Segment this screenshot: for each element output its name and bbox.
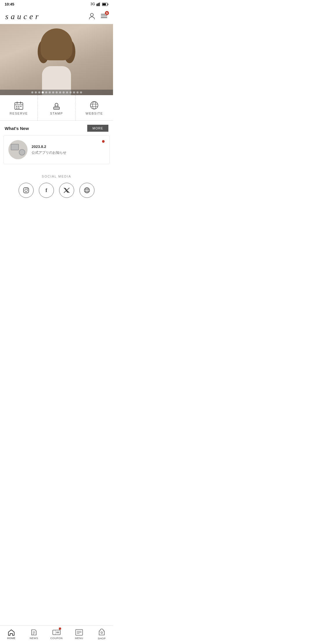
signal-icon: [97, 2, 101, 6]
carousel-dot-9[interactable]: [63, 91, 65, 93]
battery-icon: [102, 2, 108, 6]
action-row: RESERVE STAMP WEBSITE: [0, 95, 113, 121]
whats-new-header: What's New MORE: [0, 121, 113, 134]
website-label: WEBSITE: [85, 112, 103, 115]
menu-icon-wrap[interactable]: N: [100, 12, 108, 20]
svg-point-29: [25, 189, 28, 192]
svg-rect-1: [98, 3, 99, 6]
svg-point-31: [84, 188, 90, 193]
notification-badge: N: [105, 11, 109, 15]
svg-rect-17: [18, 106, 19, 107]
svg-point-25: [93, 102, 96, 109]
svg-text:saucer: saucer: [5, 12, 41, 21]
social-title: SOCIAL MEDIA: [5, 175, 108, 178]
thumb-rect-icon: [11, 144, 19, 150]
status-bar: 10:45 3G: [0, 0, 113, 8]
carousel-dot-14[interactable]: [80, 91, 82, 93]
app-logo: saucer: [5, 10, 63, 21]
web-social-button[interactable]: [79, 183, 94, 198]
social-icons: f: [5, 183, 108, 198]
svg-point-8: [90, 13, 93, 16]
carousel-dot-10[interactable]: [66, 91, 68, 93]
carousel-dot-1[interactable]: [35, 91, 37, 93]
reserve-label: RESERVE: [10, 112, 28, 115]
svg-rect-6: [108, 3, 108, 5]
thumb-circle-icon: [19, 149, 25, 155]
hair-decor: [41, 28, 72, 60]
hero-carousel[interactable]: [0, 24, 113, 95]
carousel-dot-3[interactable]: [42, 91, 44, 93]
svg-point-32: [86, 188, 88, 193]
hero-image: [0, 24, 113, 95]
svg-rect-5: [103, 3, 106, 5]
twitter-button[interactable]: [59, 183, 74, 198]
calendar-icon: [14, 101, 23, 110]
carousel-dot-8[interactable]: [59, 91, 61, 93]
svg-rect-3: [100, 2, 101, 6]
status-icons: 3G: [90, 2, 108, 6]
stamp-label: STAMP: [50, 112, 63, 115]
svg-point-24: [90, 102, 98, 109]
svg-rect-18: [20, 106, 21, 107]
carousel-dot-13[interactable]: [77, 91, 79, 93]
website-button[interactable]: WEBSITE: [76, 95, 113, 120]
carousel-dot-7[interactable]: [56, 91, 58, 93]
carousel-dot-0[interactable]: [31, 91, 33, 93]
app-header: saucer N: [0, 8, 113, 24]
svg-rect-20: [18, 108, 19, 108]
stamp-icon: [52, 100, 61, 110]
news-date: 2023.8.2: [32, 144, 98, 149]
carousel-dot-12[interactable]: [73, 91, 75, 93]
globe-icon: [90, 100, 99, 110]
network-indicator: 3G: [90, 2, 95, 6]
svg-rect-16: [16, 106, 17, 107]
facebook-button[interactable]: f: [39, 183, 54, 198]
instagram-button[interactable]: [19, 183, 34, 198]
news-card-0[interactable]: 2023.8.2 公式アプリのお知らせ: [3, 135, 110, 164]
carousel-dots: [0, 90, 113, 95]
carousel-dot-4[interactable]: [45, 91, 47, 93]
svg-rect-2: [99, 3, 100, 6]
svg-point-22: [55, 103, 58, 106]
news-content: 2023.8.2 公式アプリのお知らせ: [32, 144, 98, 155]
svg-point-30: [27, 188, 28, 189]
facebook-icon: f: [46, 187, 47, 193]
carousel-dot-5[interactable]: [49, 91, 51, 93]
status-time: 10:45: [5, 2, 14, 6]
carousel-dot-6[interactable]: [52, 91, 54, 93]
whats-new-title: What's New: [5, 126, 29, 131]
more-button[interactable]: MORE: [87, 125, 108, 132]
news-thumbnail: [8, 140, 28, 159]
news-text: 公式アプリのお知らせ: [32, 150, 98, 155]
carousel-dot-11[interactable]: [70, 91, 72, 93]
svg-rect-19: [16, 108, 17, 108]
svg-rect-0: [97, 4, 97, 6]
social-section: SOCIAL MEDIA f: [0, 169, 113, 204]
carousel-dot-2[interactable]: [38, 91, 40, 93]
unread-dot: [102, 140, 105, 143]
header-icons: N: [88, 12, 108, 20]
stamp-button[interactable]: STAMP: [38, 95, 75, 120]
profile-icon[interactable]: [88, 12, 96, 20]
reserve-button[interactable]: RESERVE: [0, 95, 38, 120]
